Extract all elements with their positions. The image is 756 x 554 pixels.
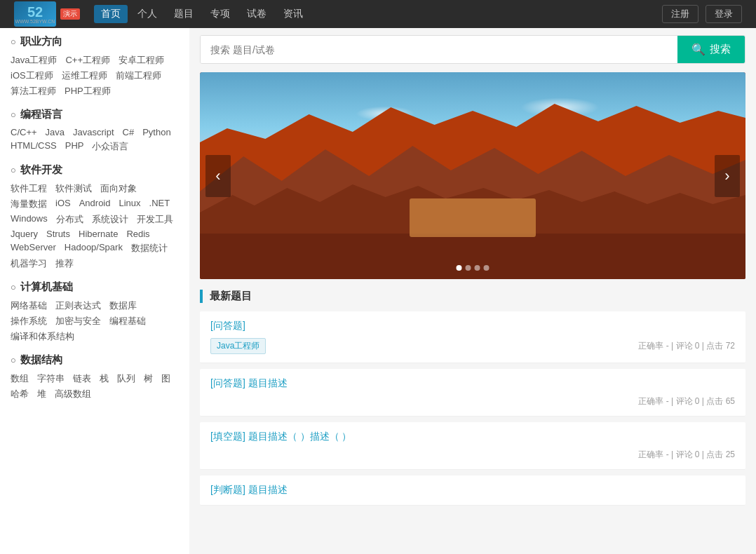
nav-bar: 首页 个人 题目 专项 试卷 资讯 <box>94 5 310 23</box>
sidebar-section-software: 软件开发 软件工程 软件测试 面向对象 海量数据 iOS Android Lin… <box>11 163 179 270</box>
question-type-1: [问答题] <box>210 320 245 331</box>
question-link-1[interactable]: [问答题] <box>210 320 245 331</box>
demo-badge: 演示 <box>60 8 80 20</box>
search-button-label: 搜索 <box>710 43 731 56</box>
nav-questions[interactable]: 题目 <box>167 5 201 23</box>
sidebar-link-network[interactable]: 网络基础 <box>11 299 47 312</box>
login-button[interactable]: 登录 <box>706 5 742 23</box>
sidebar-link-redis[interactable]: Redis <box>126 229 149 239</box>
svg-rect-4 <box>200 234 745 279</box>
question-stats-2: 正确率 - | 评论 0 | 点击 65 <box>638 396 735 407</box>
sidebar-link-windows[interactable]: Windows <box>11 213 48 226</box>
sidebar-link-struts[interactable]: Struts <box>46 229 70 239</box>
question-title-3: 题目描述（ ）描述（ ） <box>248 431 352 442</box>
sidebar-link-minority-lang[interactable]: 小众语言 <box>92 140 128 153</box>
sidebar-link-frontend-engineer[interactable]: 前端工程师 <box>116 69 161 82</box>
carousel-prev-button[interactable]: ‹ <box>205 155 231 197</box>
nav-personal[interactable]: 个人 <box>130 5 164 23</box>
search-button[interactable]: 🔍 搜索 <box>677 36 745 63</box>
sidebar-link-compiler[interactable]: 编译和体系结构 <box>11 330 74 343</box>
sidebar-link-big-data[interactable]: 海量数据 <box>11 198 47 210</box>
nav-special[interactable]: 专项 <box>203 5 237 23</box>
sidebar-link-javascript[interactable]: Javascript <box>73 127 114 137</box>
question-tag-1[interactable]: Java工程师 <box>210 338 266 354</box>
carousel-dot-3[interactable] <box>475 265 480 271</box>
question-meta-2: 正确率 - | 评论 0 | 点击 65 <box>210 396 735 407</box>
sidebar-link-c[interactable]: C/C++ <box>11 127 37 137</box>
sidebar-software-links: 软件工程 软件测试 面向对象 海量数据 iOS Android Linux .N… <box>11 182 179 270</box>
sidebar-link-queue[interactable]: 队列 <box>117 372 135 385</box>
register-button[interactable]: 注册 <box>662 5 698 23</box>
sidebar-link-dotnet[interactable]: .NET <box>149 198 170 210</box>
sidebar-link-android-dev[interactable]: Android <box>79 198 111 210</box>
sidebar-link-linux[interactable]: Linux <box>119 198 140 210</box>
question-item-3: [填空题] 题目描述（ ）描述（ ） 正确率 - | 评论 0 | 点击 25 <box>200 422 745 470</box>
sidebar-link-hash[interactable]: 哈希 <box>11 388 29 400</box>
sidebar-section-software-title: 软件开发 <box>11 163 179 177</box>
carousel-dot-4[interactable] <box>484 265 490 271</box>
header-right: 注册 登录 <box>662 5 742 23</box>
question-item-1: [问答题] Java工程师 正确率 - | 评论 0 | 点击 72 <box>200 311 745 363</box>
sidebar-link-db[interactable]: 数据库 <box>109 299 137 312</box>
content-area: 🔍 搜索 ‹ › <box>189 28 756 554</box>
sidebar-link-prog-basics[interactable]: 编程基础 <box>109 315 146 327</box>
sidebar-link-html[interactable]: HTML/CSS <box>11 140 57 153</box>
carousel-dot-2[interactable] <box>466 265 471 271</box>
sidebar-link-python[interactable]: Python <box>142 127 170 137</box>
sidebar-link-software-eng[interactable]: 软件工程 <box>11 182 47 195</box>
sidebar-link-array[interactable]: 数组 <box>11 372 29 385</box>
sidebar-link-ios-dev[interactable]: iOS <box>55 198 71 210</box>
sidebar-link-hadoop[interactable]: Hadoop/Spark <box>65 242 123 255</box>
sidebar-link-hibernate[interactable]: Hibernate <box>79 229 118 239</box>
sidebar-link-heap[interactable]: 堆 <box>37 388 46 400</box>
sidebar-link-security[interactable]: 加密与安全 <box>55 315 101 327</box>
sidebar-link-dev-tools[interactable]: 开发工具 <box>137 213 173 226</box>
sidebar-link-android-engineer[interactable]: 安卓工程师 <box>119 54 164 67</box>
sidebar-link-string[interactable]: 字符串 <box>37 372 65 385</box>
sidebar-link-recommend[interactable]: 推荐 <box>55 257 74 270</box>
sidebar-link-php[interactable]: PHP <box>65 140 84 153</box>
sidebar-link-php-engineer[interactable]: PHP工程师 <box>65 85 111 97</box>
nav-exams[interactable]: 试卷 <box>240 5 274 23</box>
sidebar-link-cpp-engineer[interactable]: C++工程师 <box>65 54 110 67</box>
question-link-4[interactable]: [判断题] 题目描述 <box>210 484 288 495</box>
sidebar-link-algo-engineer[interactable]: 算法工程师 <box>11 85 56 97</box>
sidebar-link-graph[interactable]: 图 <box>161 372 170 385</box>
sidebar-link-stack[interactable]: 栈 <box>100 372 109 385</box>
sidebar-link-webserver[interactable]: WebServer <box>11 242 56 255</box>
question-stats-1: 正确率 - | 评论 0 | 点击 72 <box>638 340 735 352</box>
sidebar-link-linkedlist[interactable]: 链表 <box>73 372 91 385</box>
search-icon: 🔍 <box>691 43 706 56</box>
sidebar-cs-links: 网络基础 正则表达式 数据库 操作系统 加密与安全 编程基础 编译和体系结构 <box>11 299 179 343</box>
sidebar-link-csharp[interactable]: C# <box>123 127 135 137</box>
question-link-2[interactable]: [问答题] 题目描述 <box>210 377 288 389</box>
carousel-dots <box>457 265 490 271</box>
sidebar-link-advanced-array[interactable]: 高级数组 <box>55 388 91 400</box>
sidebar-link-ml[interactable]: 机器学习 <box>11 257 47 270</box>
sidebar-link-java-engineer[interactable]: Java工程师 <box>11 54 57 67</box>
nav-news[interactable]: 资讯 <box>276 5 310 23</box>
question-type-2: [问答题] <box>210 377 245 389</box>
sidebar-ds-links: 数组 字符串 链表 栈 队列 树 图 哈希 堆 高级数组 <box>11 372 179 400</box>
sidebar-link-os[interactable]: 操作系统 <box>11 315 47 327</box>
nav-home[interactable]: 首页 <box>94 5 128 23</box>
sidebar-link-jquery[interactable]: Jquery <box>11 229 38 239</box>
sidebar-link-ops-engineer[interactable]: 运维工程师 <box>62 69 107 82</box>
carousel-dot-1[interactable] <box>457 265 462 271</box>
question-meta-3: 正确率 - | 评论 0 | 点击 25 <box>210 449 735 461</box>
question-type-4: [判断题] <box>210 484 245 495</box>
logo-area: 52 WWW.52BYW.CN 演示 <box>14 1 80 27</box>
sidebar-link-regex[interactable]: 正则表达式 <box>55 299 101 312</box>
sidebar-link-software-test[interactable]: 软件测试 <box>55 182 92 195</box>
question-type-3: [填空题] <box>210 431 245 442</box>
sidebar-link-distributed[interactable]: 分布式 <box>56 213 83 226</box>
sidebar-link-data-stats[interactable]: 数据统计 <box>131 242 168 255</box>
sidebar-link-tree[interactable]: 树 <box>144 372 153 385</box>
sidebar-link-oop[interactable]: 面向对象 <box>100 182 137 195</box>
sidebar-link-system-design[interactable]: 系统设计 <box>92 213 128 226</box>
sidebar-link-ios-engineer[interactable]: iOS工程师 <box>11 69 53 82</box>
search-input[interactable] <box>201 36 677 63</box>
question-link-3[interactable]: [填空题] 题目描述（ ）描述（ ） <box>210 431 351 442</box>
carousel-next-button[interactable]: › <box>715 155 740 197</box>
sidebar-link-java[interactable]: Java <box>46 127 65 137</box>
